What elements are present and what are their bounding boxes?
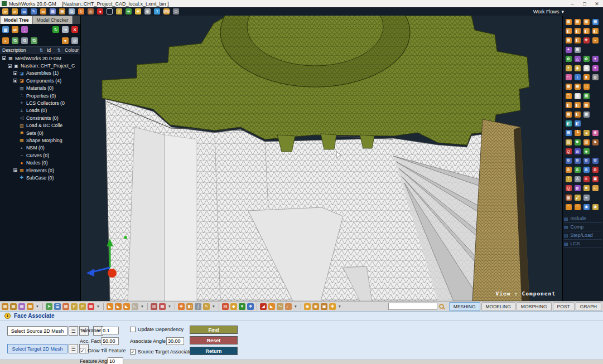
- save-image[interactable]: ▦: [50, 8, 56, 14]
- target-list-icon[interactable]: ☰: [69, 344, 78, 353]
- mw-logo[interactable]: MW: [163, 8, 170, 14]
- tool-icon[interactable]: ⚙: [564, 156, 573, 166]
- tree-expander-icon[interactable]: ▦: [13, 168, 17, 172]
- tool-icon[interactable]: ◉: [573, 64, 582, 73]
- tool-icon[interactable]: ◉: [582, 202, 591, 212]
- tool-icon[interactable]: ◧: [573, 36, 582, 45]
- select-target-button[interactable]: Select Target 2D Mesh: [7, 344, 67, 353]
- more-components[interactable]: ▾: [35, 303, 40, 310]
- tool-icon[interactable]: ◉: [591, 202, 600, 212]
- column-id[interactable]: Id: [45, 47, 56, 53]
- tree-expander-icon[interactable]: ■: [13, 79, 17, 82]
- acc-factor-input[interactable]: [101, 337, 119, 345]
- tool-icon[interactable]: ◧: [573, 110, 582, 119]
- tool-icon[interactable]: ▦: [582, 91, 591, 101]
- edge-tool[interactable]: 〜: [277, 303, 283, 310]
- grow-till-feature-checkbox[interactable]: ✓: [80, 348, 85, 353]
- tool-icon[interactable]: ▦: [573, 17, 582, 27]
- tool-icon[interactable]: ▧: [564, 138, 573, 147]
- tool-icon[interactable]: ▦: [564, 128, 573, 138]
- tool-icon[interactable]: ✲: [582, 174, 591, 184]
- clipboard[interactable]: ▯: [116, 8, 122, 14]
- pid-colors[interactable]: ▦: [62, 303, 69, 310]
- tab-post[interactable]: POST: [553, 302, 575, 311]
- column-description[interactable]: Description: [0, 47, 38, 53]
- tool-icon[interactable]: ◠: [564, 202, 573, 212]
- search-input[interactable]: [388, 303, 437, 310]
- multi-tool[interactable]: ❖: [247, 303, 254, 310]
- column-colour[interactable]: Colour: [62, 47, 80, 53]
- tree-elements[interactable]: ▦ ▦ Elements (0): [0, 167, 80, 174]
- work-flows-menu[interactable]: Work Flows ▾: [533, 9, 564, 14]
- tool-icon[interactable]: △: [573, 54, 582, 64]
- tool-icon[interactable]: ◧: [564, 27, 573, 36]
- tool-icon[interactable]: ✿: [582, 54, 591, 64]
- sort-icon[interactable]: ⇅: [38, 47, 45, 53]
- tool-icon[interactable]: ▦: [573, 45, 582, 55]
- rp-comp[interactable]: ▤ Comp: [564, 223, 602, 231]
- tree-loads[interactable]: ⊥ Loads (0): [0, 107, 80, 114]
- tool-icon[interactable]: ✦: [564, 45, 573, 55]
- tree-expander-icon[interactable]: ■: [2, 56, 6, 60]
- tab-model-checker[interactable]: Model Checker: [32, 16, 72, 24]
- refresh-tree[interactable]: ↻: [52, 26, 59, 33]
- update-dependency-checkbox[interactable]: [130, 327, 136, 332]
- record-dot[interactable]: ●: [97, 8, 103, 14]
- minimize-button[interactable]: –: [566, 1, 578, 7]
- tool-icon[interactable]: ▦: [564, 110, 573, 119]
- move-tool[interactable]: ✥: [178, 303, 185, 310]
- tool-icon[interactable]: ▦: [564, 36, 573, 45]
- tool-icon[interactable]: [591, 119, 600, 129]
- check-tool[interactable]: ▤: [222, 303, 229, 310]
- tool-icon[interactable]: [582, 45, 591, 55]
- reset-button[interactable]: Reset: [190, 336, 238, 344]
- edit-component[interactable]: ▦: [18, 303, 25, 310]
- tool-icon[interactable]: ◧: [591, 27, 600, 36]
- tool-icon[interactable]: ∷: [564, 73, 573, 82]
- pid-edit[interactable]: P: [79, 303, 86, 310]
- tool-icon[interactable]: ⚙: [591, 156, 600, 166]
- tool-icon[interactable]: ◈: [582, 147, 591, 156]
- tree-nsm[interactable]: ▪ NSM (0): [0, 144, 80, 152]
- pid-show[interactable]: P: [71, 303, 78, 310]
- tool-icon[interactable]: ⚙: [582, 166, 591, 175]
- quality-tool[interactable]: ◆: [230, 303, 237, 310]
- source-target-associate-checkbox[interactable]: ✓: [130, 349, 136, 355]
- small-entity[interactable]: ▪: [2, 37, 9, 44]
- close-button[interactable]: ✕: [591, 1, 603, 7]
- tool-icon[interactable]: ❀: [591, 128, 600, 138]
- sort-icon[interactable]: ⇅: [56, 47, 62, 53]
- tool-icon[interactable]: ▪: [591, 36, 600, 45]
- help[interactable]: ?: [154, 8, 160, 14]
- tool-icon[interactable]: ⚑: [582, 184, 591, 193]
- joint-d[interactable]: ✚: [329, 303, 336, 310]
- sketch-tool[interactable]: ✎: [203, 303, 210, 310]
- tree-lcs-collectors[interactable]: ⌖ LCS Collectors (0: [0, 99, 80, 106]
- move-component[interactable]: ▦: [27, 303, 33, 310]
- tool-icon[interactable]: ⚙: [591, 73, 600, 82]
- tool-icon[interactable]: ♙: [573, 174, 582, 184]
- tab-morphing[interactable]: MORPHING: [517, 302, 552, 311]
- tree-properties[interactable]: ∴ Properties (0): [0, 92, 80, 99]
- tree-materials[interactable]: ▥ Materials (0): [0, 85, 80, 92]
- tree-expander-icon[interactable]: ■: [13, 71, 17, 75]
- maximize-button[interactable]: □: [578, 1, 591, 7]
- tool-icon[interactable]: ▦: [582, 100, 591, 110]
- tool-icon[interactable]: [591, 45, 600, 55]
- tool-icon[interactable]: Q: [564, 147, 573, 156]
- tree-assemblies[interactable]: ■ ◪ Assemblies (1): [0, 70, 80, 77]
- more-display[interactable]: ▾: [96, 303, 100, 310]
- power[interactable]: ⏻: [173, 8, 179, 14]
- tree-filter[interactable]: ⋮: [21, 26, 28, 33]
- tool-icon[interactable]: ▢: [564, 91, 573, 101]
- entity-list[interactable]: ☰: [54, 303, 61, 310]
- open-file[interactable]: ▱: [12, 8, 18, 14]
- tool-icon[interactable]: ♞: [591, 138, 600, 147]
- tool-icon[interactable]: ▦: [582, 110, 591, 119]
- tool-icon[interactable]: ◍: [573, 147, 582, 156]
- save-project[interactable]: ▦: [59, 8, 65, 14]
- tool-icon[interactable]: 🖌: [573, 193, 582, 202]
- tool-icon[interactable]: ▩: [564, 193, 573, 202]
- tool-icon[interactable]: ◧: [564, 119, 573, 129]
- tool-icon[interactable]: ➳: [591, 184, 600, 193]
